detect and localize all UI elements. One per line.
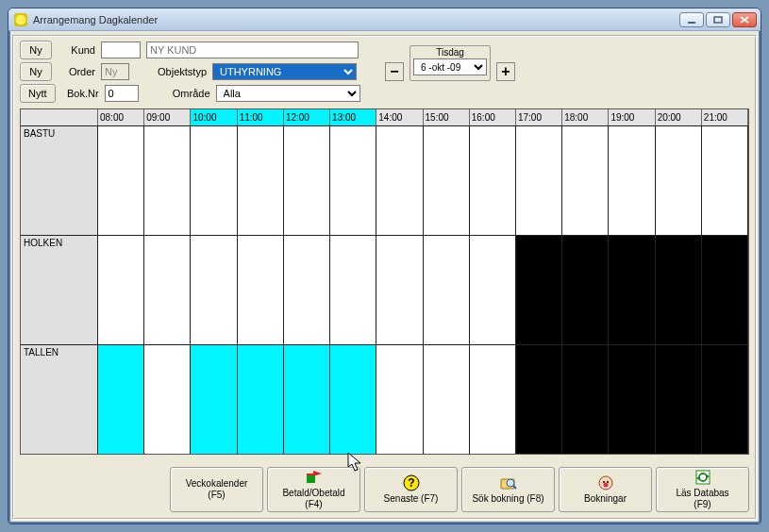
svg-rect-1 <box>714 17 722 23</box>
day-selector: Tisdag 6 -okt -09 <box>410 45 491 81</box>
calendar-cell[interactable] <box>238 126 284 235</box>
footer-toolbar: Veckokalender (F5) Betald/Obetald (F4) ?… <box>20 467 749 512</box>
calendar-cell[interactable] <box>516 126 562 235</box>
calendar-cell[interactable] <box>144 345 191 454</box>
calendar-cell[interactable] <box>98 345 144 454</box>
calendar-cell[interactable] <box>656 126 702 235</box>
calendar-cell[interactable] <box>470 126 516 235</box>
svg-point-13 <box>607 481 609 483</box>
resource-header-pad <box>21 109 98 125</box>
date-select[interactable]: 6 -okt -09 <box>413 58 487 75</box>
kund-label: Kund <box>58 44 95 56</box>
calendar-cell[interactable] <box>284 236 330 344</box>
resource-label: HOLKEN <box>21 236 98 344</box>
bokningar-button[interactable]: Bokningar <box>559 467 652 512</box>
time-header-cell: 20:00 <box>656 109 702 125</box>
calendar-cell[interactable] <box>609 345 655 454</box>
close-icon <box>740 16 749 24</box>
svg-point-14 <box>603 483 608 488</box>
veckokalender-label: Veckokalender (F5) <box>186 478 248 501</box>
calendar-cell[interactable] <box>284 345 330 454</box>
minus-icon: − <box>390 65 398 78</box>
calendar-cell[interactable] <box>424 126 470 235</box>
svg-point-9 <box>507 479 514 487</box>
window-title: Arrangemang Dagkalender <box>33 14 679 25</box>
calendar-cell[interactable] <box>284 126 330 235</box>
time-header-cell: 14:00 <box>376 109 423 125</box>
calendar-cell[interactable] <box>191 345 237 454</box>
close-button[interactable] <box>732 12 757 27</box>
calendar-cell[interactable] <box>470 236 516 344</box>
ny-kund-button[interactable]: Ny <box>20 41 52 59</box>
calendar-cell[interactable] <box>376 126 423 235</box>
svg-marker-5 <box>307 475 315 483</box>
calendar-cell[interactable] <box>191 236 237 344</box>
calendar-cell[interactable] <box>470 345 516 454</box>
svg-text:?: ? <box>408 476 414 490</box>
time-header-cell: 15:00 <box>424 109 470 125</box>
svg-rect-0 <box>688 22 695 24</box>
objektstyp-select[interactable]: UTHYRNING <box>212 63 357 80</box>
veckokalender-button[interactable]: Veckokalender (F5) <box>170 467 263 512</box>
mascot-icon <box>597 474 614 491</box>
calendar-cell[interactable] <box>376 345 423 454</box>
form-area: Ny Kund Ny Order Objektstyp UTHYRNING − … <box>20 41 749 103</box>
calendar-cell[interactable] <box>376 236 423 344</box>
ny-order-button[interactable]: Ny <box>20 62 52 81</box>
objektstyp-label: Objektstyp <box>150 66 207 77</box>
kund-name-input[interactable] <box>146 42 359 58</box>
calendar-cell[interactable] <box>562 236 609 344</box>
time-header-cell: 09:00 <box>144 109 191 125</box>
calendar-cell[interactable] <box>656 236 702 344</box>
resource-row: TALLEN <box>21 344 748 454</box>
las-databas-button[interactable]: Läs Databas (F9) <box>656 467 749 512</box>
sok-label: Sök bokning (F8) <box>472 493 543 505</box>
calendar-cell[interactable] <box>516 345 562 454</box>
prev-day-button[interactable]: − <box>385 62 404 81</box>
maximize-button[interactable] <box>706 12 730 27</box>
resource-label: BASTU <box>21 126 98 235</box>
calendar-cell[interactable] <box>562 126 609 235</box>
calendar-cell[interactable] <box>702 345 748 454</box>
app-icon <box>14 13 27 26</box>
calendar-cell[interactable] <box>424 345 470 454</box>
calendar-cell[interactable] <box>330 126 376 235</box>
calendar-cell[interactable] <box>98 236 144 344</box>
boknr-input[interactable] <box>105 85 139 102</box>
calendar-cell[interactable] <box>702 236 748 344</box>
betald-button[interactable]: Betald/Obetald (F4) <box>267 467 360 512</box>
calendar-cell[interactable] <box>516 236 562 344</box>
minimize-icon <box>687 16 696 24</box>
kund-id-input[interactable] <box>101 42 141 58</box>
resource-row: BASTU <box>21 125 748 235</box>
calendar-cell[interactable] <box>191 126 237 235</box>
calendar-cell[interactable] <box>656 345 702 454</box>
svg-point-12 <box>603 481 605 483</box>
calendar-cell[interactable] <box>609 236 655 344</box>
calendar-cell[interactable] <box>98 126 144 235</box>
time-header-cell: 08:00 <box>98 109 144 125</box>
calendar-cell[interactable] <box>562 345 609 454</box>
app-window: Arrangemang Dagkalender Ny Kund Ny Ord <box>8 8 761 524</box>
folder-flag-icon <box>306 469 323 486</box>
senaste-label: Senaste (F7) <box>384 493 439 505</box>
sok-bokning-button[interactable]: Sök bokning (F8) <box>461 467 555 512</box>
nytt-button[interactable]: Nytt <box>20 84 56 103</box>
calendar-cell[interactable] <box>702 126 748 235</box>
boknr-label: Bok.Nr <box>61 88 99 99</box>
calendar-cell[interactable] <box>330 345 376 454</box>
calendar-cell[interactable] <box>330 236 376 344</box>
senaste-button[interactable]: ? Senaste (F7) <box>364 467 458 512</box>
resource-label: TALLEN <box>21 345 98 454</box>
minimize-button[interactable] <box>679 12 704 27</box>
calendar-cell[interactable] <box>144 126 191 235</box>
calendar-cell[interactable] <box>238 345 284 454</box>
omrade-select[interactable]: Alla <box>216 85 360 102</box>
next-day-button[interactable]: + <box>496 62 515 81</box>
calendar-cell[interactable] <box>144 236 191 344</box>
order-input[interactable] <box>101 63 129 80</box>
time-header-cell: 17:00 <box>516 109 562 125</box>
calendar-cell[interactable] <box>424 236 470 344</box>
calendar-cell[interactable] <box>238 236 284 344</box>
calendar-cell[interactable] <box>609 126 655 235</box>
